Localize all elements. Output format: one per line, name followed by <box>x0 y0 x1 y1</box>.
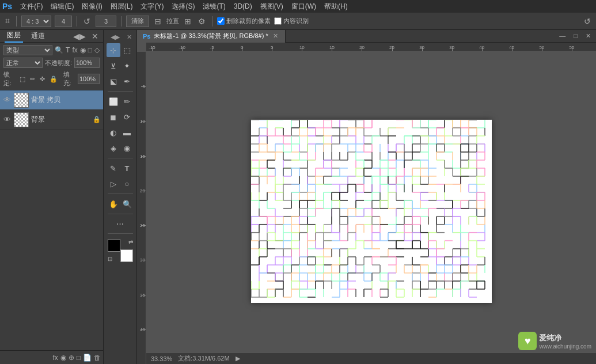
canvas-close-btn[interactable]: ✕ <box>583 31 594 41</box>
tools-collapse-btn[interactable]: ◀▶ <box>106 32 124 42</box>
add-style-btn[interactable]: fx <box>52 354 58 362</box>
status-arrow-btn[interactable]: ▶ <box>236 355 240 362</box>
menu-window[interactable]: 窗口(W) <box>288 1 320 13</box>
new-adjustment-btn[interactable]: ⊕ <box>69 354 74 362</box>
canvas-bg <box>146 52 596 352</box>
blur-tool-btn[interactable]: ◈ <box>107 141 120 155</box>
crop-tool-icon[interactable]: ⌗ <box>3 15 12 27</box>
panel-close-btn[interactable]: ✕ <box>92 32 98 41</box>
tool-group-crop: ⬕ ✒ <box>107 74 134 88</box>
menu-filter[interactable]: 滤镜(T) <box>199 1 229 13</box>
content-aware-checkbox[interactable] <box>274 17 282 25</box>
layer-eye-icon-bg[interactable]: 👁 <box>2 115 12 124</box>
zoom-level-label: 33.33% <box>151 355 172 362</box>
layer-name-bg[interactable]: 背景 <box>31 115 90 124</box>
tool-group-path: ▷ ○ <box>107 177 134 191</box>
t-icon: T <box>66 46 70 54</box>
lock-label: 锁定: <box>3 70 16 88</box>
opacity-input[interactable] <box>74 58 100 68</box>
type-tool-btn[interactable]: T <box>120 161 134 175</box>
layers-panel-footer: fx ◉ ⊕ □ 📄 🗑 <box>0 350 103 364</box>
settings-icon[interactable]: ⚙ <box>196 16 207 27</box>
artboard-tool-btn[interactable]: ⬚ <box>120 43 134 57</box>
layer-name-copy[interactable]: 背景 拷贝 <box>31 95 101 105</box>
swap-colors-btn[interactable]: ⇄ <box>128 239 133 245</box>
new-layer-btn[interactable]: 📄 <box>83 354 92 362</box>
default-colors-btn[interactable]: ⊡ <box>108 256 112 262</box>
fill-input[interactable] <box>78 74 100 84</box>
add-mask-btn[interactable]: ◉ <box>60 354 66 362</box>
tools-sep-2 <box>108 158 133 158</box>
lock-all-btn[interactable]: 🔒 <box>48 75 59 84</box>
move-tool-btn[interactable]: ⊹ <box>107 43 120 57</box>
layer-eye-icon[interactable]: 👁 <box>2 96 12 104</box>
brush-tool-btn[interactable]: ✏ <box>120 94 134 108</box>
canvas-tab-close-btn[interactable]: ✕ <box>272 32 279 40</box>
lasso-tool-btn[interactable]: ⊻ <box>107 59 120 73</box>
heal-tool-btn[interactable]: ⬜ <box>107 94 120 108</box>
canvas-minimize-btn[interactable]: — <box>556 31 568 41</box>
new-group-btn[interactable]: □ <box>77 354 81 362</box>
menu-file[interactable]: 文件(F) <box>17 1 46 13</box>
menu-help[interactable]: 帮助(H) <box>321 1 351 13</box>
layers-list: 👁 背景 拷贝 👁 背景 🔒 <box>0 90 103 350</box>
bg-color-swatch[interactable] <box>120 249 133 262</box>
eyedropper-btn[interactable]: ✒ <box>120 74 134 88</box>
rotate-icon[interactable]: ↺ <box>82 16 92 27</box>
lock-paint-btn[interactable]: ✏ <box>29 75 36 84</box>
layer-thumb-pattern <box>14 93 28 107</box>
menu-layer[interactable]: 图层(L) <box>107 1 136 13</box>
hand-tool-btn[interactable]: ✋ <box>107 197 120 211</box>
layer-item-bg[interactable]: 👁 背景 🔒 <box>0 110 103 130</box>
tool-group-nav: ✋ 🔍 <box>107 197 134 211</box>
grid-icon[interactable]: ⊞ <box>183 16 193 27</box>
path-select-btn[interactable]: ▷ <box>107 177 120 191</box>
content-aware-label[interactable]: 内容识别 <box>274 17 309 25</box>
panel-collapse-btn[interactable]: ◀▶ <box>73 32 86 41</box>
stamp-tool-btn[interactable]: ◼ <box>107 110 120 124</box>
clear-button[interactable]: 清除 <box>126 16 149 27</box>
canvas-tab-active[interactable]: Ps 未标题-1 @ 33.3%(背景 拷贝, RGB/8#) * ✕ <box>137 30 286 43</box>
canvas-image <box>251 120 492 303</box>
history-brush-btn[interactable]: ⟳ <box>120 110 134 124</box>
more-tools-btn[interactable]: ⋯ <box>107 217 134 230</box>
eraser-tool-btn[interactable]: ◐ <box>107 126 120 139</box>
gradient-tool-btn[interactable]: ▬ <box>120 126 134 139</box>
menu-image[interactable]: 图像(I) <box>78 1 105 13</box>
zoom-tool-btn[interactable]: 🔍 <box>120 197 134 211</box>
ratio-select[interactable]: 4 : 3 <box>21 16 51 27</box>
menu-3d[interactable]: 3D(D) <box>230 1 256 12</box>
canvas-tab-label: 未标题-1 @ 33.3%(背景 拷贝, RGB/8#) * <box>154 32 268 40</box>
doc-info-label: 文档:3.31M/6.62M <box>178 354 229 363</box>
ratio-number-input[interactable] <box>55 16 72 27</box>
watermark-line2: www.aichunjing.com <box>539 343 591 350</box>
lock-transparent-btn[interactable]: ⬚ <box>18 75 26 84</box>
pen-tool-btn[interactable]: ✎ <box>107 161 120 175</box>
straighten-icon[interactable]: ⊟ <box>153 16 163 27</box>
layer-item-copy[interactable]: 👁 背景 拷贝 <box>0 90 103 110</box>
at-input[interactable] <box>96 16 116 27</box>
crop-tool-btn[interactable]: ⬕ <box>107 74 120 88</box>
tools-close-btn[interactable]: ✕ <box>124 32 134 42</box>
menu-edit[interactable]: 编辑(E) <box>47 1 77 13</box>
layer-mode-select[interactable]: 正常 <box>3 58 43 68</box>
shape-tool-btn[interactable]: ○ <box>120 177 134 191</box>
canvas-tab-bar: Ps 未标题-1 @ 33.3%(背景 拷贝, RGB/8#) * ✕ — □ … <box>137 30 596 43</box>
menu-view[interactable]: 视图(V) <box>257 1 287 13</box>
menu-text[interactable]: 文字(Y) <box>137 1 167 13</box>
layer-kind-select[interactable]: 类型 <box>3 45 52 55</box>
delete-crop-label[interactable]: 删除裁剪的像素 <box>217 17 271 25</box>
layers-panel-header: 图层 通道 ◀▶ ✕ <box>0 30 103 43</box>
menu-select[interactable]: 选择(S) <box>168 1 198 13</box>
search-icon[interactable]: 🔍 <box>55 46 63 54</box>
reset-icon[interactable]: ↺ <box>582 16 593 27</box>
dodge-tool-btn[interactable]: ◉ <box>120 141 134 155</box>
canvas-maximize-btn[interactable]: □ <box>571 31 580 41</box>
fg-color-swatch[interactable] <box>108 239 120 252</box>
tab-layers[interactable]: 图层 <box>5 29 23 43</box>
delete-layer-btn[interactable]: 🗑 <box>94 354 101 362</box>
tab-channels[interactable]: 通道 <box>29 30 47 42</box>
delete-crop-checkbox[interactable] <box>217 17 225 25</box>
magic-wand-btn[interactable]: ✦ <box>120 59 134 73</box>
lock-position-btn[interactable]: ✜ <box>39 75 46 84</box>
